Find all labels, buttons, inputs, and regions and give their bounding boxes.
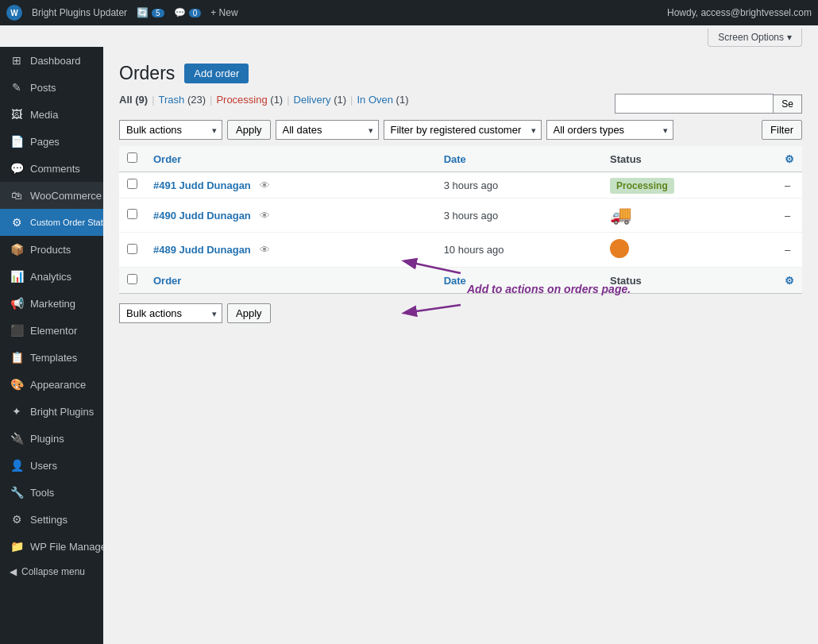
- top-bar: W Bright Plugins Updater 🔄 5 💬 0 + New H…: [0, 0, 818, 25]
- appearance-icon: 🎨: [10, 377, 24, 391]
- woocommerce-icon: 🛍: [10, 188, 24, 202]
- sidebar-item-label: WooCommerce: [30, 190, 102, 202]
- gear-footer-header[interactable]: ⚙: [777, 268, 802, 294]
- apply-button-top[interactable]: Apply: [227, 120, 271, 140]
- date-footer-header[interactable]: Date: [436, 268, 602, 294]
- top-toolbar: Bulk actions Apply All dates Filter by r…: [119, 120, 802, 140]
- date-cell: 3 hours ago: [436, 172, 602, 199]
- select-all-checkbox-bottom[interactable]: [127, 274, 137, 284]
- posts-icon: ✎: [10, 80, 24, 94]
- sidebar-item-dashboard[interactable]: ⊞ Dashboard: [0, 47, 103, 74]
- sidebar-item-label: Tools: [30, 487, 54, 499]
- filter-tabs: All (9) | Trash (23) | Processing (1) | …: [119, 94, 408, 106]
- sidebar-item-plugins[interactable]: 🔌 Plugins: [0, 425, 103, 452]
- bulk-actions-select-bottom[interactable]: Bulk actions: [119, 303, 222, 323]
- comments-icon: 💬: [10, 161, 24, 175]
- filter-tab-delivery[interactable]: Delivery (1): [294, 94, 346, 106]
- layout: ⊞ Dashboard ✎ Posts 🖼 Media 📄 Pages 💬 Co…: [0, 47, 818, 644]
- sidebar-item-users[interactable]: 👤 Users: [0, 452, 103, 479]
- top-bar-comments[interactable]: 💬 0: [174, 7, 202, 18]
- select-all-checkbox[interactable]: [127, 152, 137, 163]
- top-bar-site-name[interactable]: Bright Plugins Updater: [32, 7, 127, 18]
- top-bar-new[interactable]: + New: [210, 7, 237, 18]
- filter-tab-trash[interactable]: Trash (23): [159, 94, 206, 106]
- sidebar-item-products[interactable]: 📦 Products: [0, 236, 103, 263]
- status-footer-header: Status: [602, 268, 777, 294]
- settings-icon: ⚙: [10, 512, 24, 526]
- sidebar-item-label: Dashboard: [30, 55, 81, 67]
- order-header[interactable]: Order: [145, 146, 436, 172]
- sidebar-item-appearance[interactable]: 🎨 Appearance: [0, 371, 103, 398]
- sidebar-item-tools[interactable]: 🔧 Tools: [0, 479, 103, 506]
- sidebar-item-label: Bright Plugins: [30, 406, 94, 418]
- collapse-menu[interactable]: ◀ Collapse menu: [0, 560, 103, 584]
- order-search-input[interactable]: [615, 94, 774, 114]
- top-bar-left: W Bright Plugins Updater 🔄 5 💬 0 + New: [6, 5, 238, 21]
- order-cell: #491 Judd Dunagan 👁: [145, 172, 436, 199]
- order-link[interactable]: #489 Judd Dunagan: [153, 244, 251, 256]
- sidebar-item-elementor[interactable]: ⬛ Elementor: [0, 317, 103, 344]
- all-dates-select[interactable]: All dates: [276, 120, 379, 140]
- row-checkbox[interactable]: [127, 179, 137, 189]
- order-footer-header[interactable]: Order: [145, 268, 436, 294]
- products-icon: 📦: [10, 242, 24, 256]
- row-checkbox-cell: [119, 172, 145, 199]
- bulk-actions-select[interactable]: Bulk actions: [119, 120, 222, 140]
- bottom-toolbar: Bulk actions Apply: [119, 303, 802, 323]
- status-cell: [602, 233, 777, 268]
- sidebar-item-custom-order-statuses[interactable]: ⚙ Custom Order Statuses: [0, 209, 103, 236]
- date-header[interactable]: Date: [436, 146, 602, 172]
- row-checkbox[interactable]: [127, 244, 137, 254]
- sidebar-item-media[interactable]: 🖼 Media: [0, 101, 103, 128]
- sidebar-item-label: Templates: [30, 352, 77, 364]
- sidebar-item-bright-plugins[interactable]: ✦ Bright Plugins: [0, 398, 103, 425]
- filter-tab-all[interactable]: All (9): [119, 94, 148, 106]
- screen-options-button[interactable]: Screen Options ▾: [708, 29, 802, 47]
- sidebar-item-label: Pages: [30, 136, 60, 148]
- filter-tab-in-oven[interactable]: In Oven (1): [357, 94, 408, 106]
- sidebar-item-wp-file-manager[interactable]: 📁 WP File Manager: [0, 533, 103, 560]
- tools-icon: 🔧: [10, 485, 24, 499]
- sidebar-item-templates[interactable]: 📋 Templates: [0, 344, 103, 371]
- order-link[interactable]: #490 Judd Dunagan: [153, 210, 251, 222]
- custom-order-icon: ⚙: [10, 215, 24, 229]
- sidebar-item-settings[interactable]: ⚙ Settings: [0, 506, 103, 533]
- screen-options-bar: Screen Options ▾: [0, 25, 818, 47]
- filter-customer-select[interactable]: Filter by registered customer: [384, 120, 542, 140]
- elementor-icon: ⬛: [10, 323, 24, 337]
- all-orders-types-select[interactable]: All orders types: [546, 120, 673, 140]
- delivery-truck-icon: 🚚: [610, 205, 631, 225]
- wp-logo-icon: W: [6, 5, 22, 21]
- sidebar-item-pages[interactable]: 📄 Pages: [0, 128, 103, 155]
- bright-plugins-icon: ✦: [10, 404, 24, 418]
- order-link[interactable]: #491 Judd Dunagan: [153, 179, 251, 191]
- sidebar-item-posts[interactable]: ✎ Posts: [0, 74, 103, 101]
- gear-header[interactable]: ⚙: [777, 146, 802, 172]
- filter-tab-processing[interactable]: Processing (1): [216, 94, 283, 106]
- order-cell: #490 Judd Dunagan 👁: [145, 199, 436, 233]
- apply-button-bottom[interactable]: Apply: [227, 303, 271, 323]
- sidebar-item-label: Marketing: [30, 298, 75, 310]
- orders-table: Order Date Status ⚙: [119, 146, 802, 294]
- row-checkbox-cell: [119, 233, 145, 268]
- sidebar-item-label: Settings: [30, 514, 68, 526]
- collapse-label: Collapse menu: [21, 566, 85, 577]
- sidebar-item-analytics[interactable]: 📊 Analytics: [0, 263, 103, 290]
- users-icon: 👤: [10, 458, 24, 472]
- search-button[interactable]: Se: [774, 94, 802, 114]
- row-checkbox[interactable]: [127, 209, 137, 219]
- filter-button[interactable]: Filter: [762, 120, 802, 140]
- sidebar-item-label: Comments: [30, 163, 80, 175]
- date-cell: 3 hours ago: [436, 199, 602, 233]
- sidebar-item-label: Plugins: [30, 433, 64, 445]
- content-wrapper: Order Date Status ⚙: [119, 146, 802, 294]
- sidebar-item-comments[interactable]: 💬 Comments: [0, 155, 103, 182]
- all-dates-wrap: All dates: [276, 120, 379, 140]
- view-icon: 👁: [260, 210, 270, 222]
- all-orders-types-wrap: All orders types: [546, 120, 673, 140]
- sidebar-item-label: Custom Order Statuses: [30, 217, 103, 228]
- sidebar-item-woocommerce[interactable]: 🛍 WooCommerce: [0, 182, 103, 209]
- sidebar-item-marketing[interactable]: 📢 Marketing: [0, 290, 103, 317]
- top-bar-updates[interactable]: 🔄 5: [137, 7, 164, 18]
- add-order-button[interactable]: Add order: [184, 64, 249, 83]
